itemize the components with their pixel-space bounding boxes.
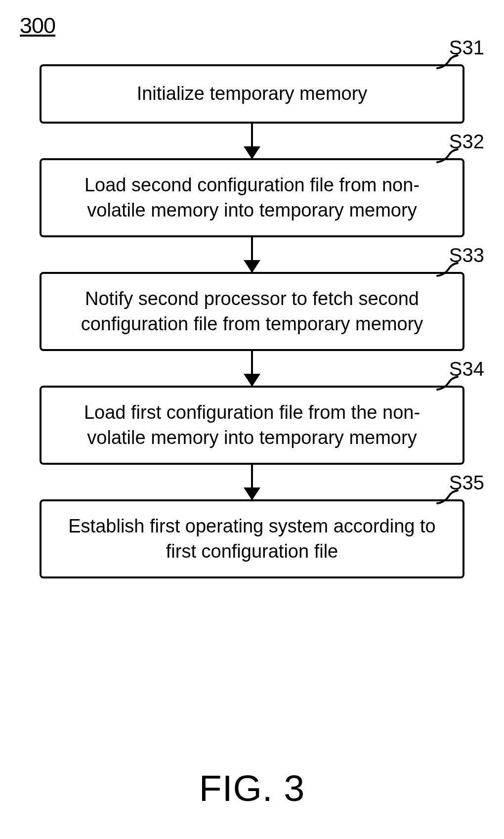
step-label: S32 [449,131,484,153]
step-box: Notify second processor to fetch second … [40,272,464,351]
flowchart: S31 Initialize temporary memory S32 Load… [30,64,474,578]
step-text: Initialize temporary memory [137,81,368,106]
flow-step: S35 Establish first operating system acc… [30,499,474,578]
step-label: S33 [449,244,484,266]
arrow-down-icon [251,237,253,272]
flow-step: S31 Initialize temporary memory [30,64,474,124]
step-text: Load first configuration file from the n… [56,400,448,451]
step-label: S35 [449,472,484,494]
arrow-down-icon [251,465,253,499]
step-box: Load first configuration file from the n… [40,386,464,465]
step-text: Establish first operating system accordi… [56,514,448,565]
figure-number-label: 300 [20,13,55,39]
flow-step: S32 Load second configuration file from … [30,158,474,237]
arrow-down-icon [251,351,253,386]
flow-step: S34 Load first configuration file from t… [30,386,474,465]
flow-step: S33 Notify second processor to fetch sec… [30,272,474,351]
step-label: S31 [449,37,484,59]
figure-caption: FIG. 3 [0,767,504,809]
step-text: Load second configuration file from non-… [56,173,448,223]
step-text: Notify second processor to fetch second … [56,286,448,337]
step-label: S34 [449,358,484,380]
step-box: Initialize temporary memory [40,64,464,124]
page: 300 S31 Initialize temporary memory S32 … [0,0,504,839]
step-box: Load second configuration file from non-… [40,158,464,237]
step-box: Establish first operating system accordi… [40,499,464,578]
arrow-down-icon [251,124,253,158]
